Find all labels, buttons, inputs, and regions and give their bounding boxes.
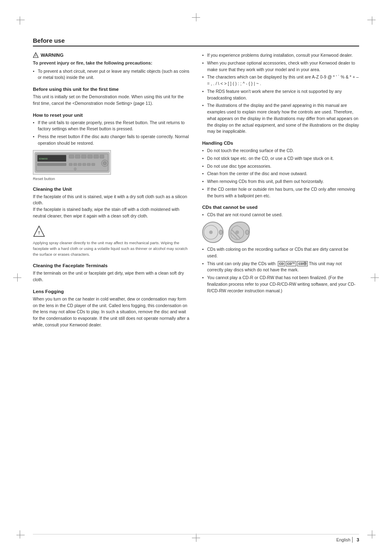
reset-bullet-2: Press the reset button if the disc auto … [33, 134, 190, 147]
general-notes-section: If you experience problems during instal… [202, 52, 359, 135]
general-note-4: The RDS feature won't work where the ser… [202, 88, 359, 102]
handling-cds-section: Handling CDs Do not touch the recording … [202, 141, 359, 199]
handling-cds-title: Handling CDs [202, 141, 359, 146]
cds-cannot-be-used-section: CDs that cannot be used CDs that are not… [202, 205, 359, 294]
svg-text:KENWOOD: KENWOOD [39, 157, 48, 160]
crop-mark-bl [16, 530, 25, 539]
cds-cannot-bullets-before: CDs that are not round cannot be used. [202, 212, 359, 218]
svg-point-27 [210, 232, 212, 233]
two-column-layout: ! WARNING To prevent injury or fire, tak… [33, 52, 359, 334]
left-column: ! WARNING To prevent injury or fire, tak… [33, 52, 190, 334]
cds-cannot-2: CDs with coloring on the recording surfa… [202, 246, 359, 259]
general-note-2: When you purchase optional accessories, … [202, 60, 359, 73]
footer-page-number: 3 [357, 537, 359, 542]
handling-cds-bullets: Do not touch the recording surface of th… [202, 148, 359, 199]
crosshair-top [192, 13, 200, 21]
caution-section: ! Applying spray cleaner directly to the… [33, 225, 190, 258]
general-note-5: The illustrations of the display and the… [202, 102, 359, 135]
warning-section: ! WARNING To prevent injury or fire, tak… [33, 52, 190, 81]
cleaning-faceplate-section: Cleaning the Faceplate Terminals If the … [33, 263, 190, 283]
page-content: Before use ! WARNING To prevent injury o… [33, 37, 359, 522]
lens-fogging-section: Lens Fogging When you turn on the car he… [33, 289, 190, 328]
general-note-3: The characters which can be displayed by… [202, 74, 359, 87]
svg-rect-19 [87, 163, 90, 166]
crop-mark-tr [367, 16, 376, 25]
svg-rect-20 [92, 163, 95, 166]
warning-header: ! WARNING [33, 52, 190, 58]
svg-rect-7 [69, 155, 74, 158]
logo-mark-1: CD [278, 261, 285, 266]
footer-language: English [336, 537, 350, 542]
crop-mark-br [367, 530, 376, 539]
svg-rect-10 [88, 155, 92, 158]
svg-rect-8 [75, 155, 80, 158]
reset-bullets: If the unit fails to operate properly, p… [33, 120, 190, 147]
svg-rect-9 [81, 155, 86, 158]
general-note-1: If you experience problems during instal… [202, 52, 359, 59]
svg-point-14 [103, 162, 106, 165]
caution-triangle-icon: ! [33, 225, 45, 238]
warning-triangle-icon: ! [33, 52, 39, 58]
crosshair-right [371, 273, 379, 282]
reset-title: How to reset your unit [33, 113, 190, 118]
svg-rect-12 [100, 155, 104, 158]
warning-label: WARNING [41, 53, 64, 58]
handling-cd-5: When removing CDs from this unit, pull t… [202, 178, 359, 185]
cleaning-faceplate-title: Cleaning the Faceplate Terminals [33, 263, 190, 268]
cds-cannot-1: CDs that are not round cannot be used. [202, 212, 359, 218]
svg-rect-18 [83, 163, 86, 166]
handling-cd-1: Do not touch the recording surface of th… [202, 148, 359, 154]
logo-marks: CD CD™ CDⓇ [278, 261, 308, 266]
crosshair-left [13, 273, 21, 282]
handling-cd-4: Clean from the center of the disc and mo… [202, 171, 359, 177]
warning-bold-line: To prevent injury or fire, take the foll… [33, 60, 190, 67]
cleaning-unit-body: If the faceplate of this unit is stained… [33, 194, 190, 220]
first-time-title: Before using this unit for the first tim… [33, 87, 190, 92]
first-time-body: This unit is initially set on the Demons… [33, 94, 190, 107]
footer-bar: English 3 [33, 534, 359, 543]
footer-divider [352, 537, 353, 543]
cds-cannot-title: CDs that cannot be used [202, 205, 359, 210]
cds-cannot-bullets-after: CDs with coloring on the recording surfa… [202, 246, 359, 294]
first-time-section: Before using this unit for the first tim… [33, 87, 190, 107]
logo-mark-2: CD™ [286, 261, 297, 266]
handling-cd-6: If the CD center hole or outside rim has… [202, 186, 359, 199]
reset-bullet-1: If the unit fails to operate properly, p… [33, 120, 190, 133]
cd-round-image [202, 222, 224, 243]
lens-fogging-body: When you turn on the car heater in cold … [33, 296, 190, 328]
cds-cannot-4: You cannot play a CD-R or CD-RW that has… [202, 275, 359, 294]
reset-label: Reset button [33, 176, 190, 181]
cds-cannot-3: This unit can only play the CDs with CD … [202, 261, 359, 274]
lens-fogging-title: Lens Fogging [33, 289, 190, 294]
svg-rect-16 [74, 163, 77, 166]
cd-images [202, 222, 359, 243]
svg-point-33 [237, 232, 238, 233]
svg-rect-11 [94, 155, 99, 158]
warning-bullet-1: To prevent a short circuit, never put or… [33, 68, 190, 81]
cleaning-unit-title: Cleaning the Unit [33, 187, 190, 192]
svg-text:!: ! [35, 54, 36, 57]
svg-rect-17 [78, 163, 81, 166]
handling-cd-3: Do not use disc type accessories. [202, 163, 359, 170]
warning-bullets: To prevent a short circuit, never put or… [33, 68, 190, 81]
general-notes-bullets: If you experience problems during instal… [202, 52, 359, 135]
svg-text:!: ! [38, 230, 40, 235]
svg-rect-6 [37, 163, 66, 166]
right-column: If you experience problems during instal… [202, 52, 359, 334]
crop-mark-tl [16, 16, 25, 25]
cleaning-faceplate-body: If the terminals on the unit or faceplat… [33, 270, 190, 283]
caution-note: Applying spray cleaner directly to the u… [33, 240, 190, 258]
page-title: Before use [33, 37, 359, 46]
logo-mark-3: CDⓇ [297, 261, 308, 266]
cleaning-unit-section: Cleaning the Unit If the faceplate of th… [33, 187, 190, 220]
svg-rect-15 [69, 163, 72, 166]
cd-irregular-image [228, 222, 250, 243]
handling-cd-2: Do not stick tape etc. on the CD, or use… [202, 155, 359, 162]
unit-image: KENWOOD [33, 150, 111, 175]
reset-section: How to reset your unit If the unit fails… [33, 113, 190, 181]
